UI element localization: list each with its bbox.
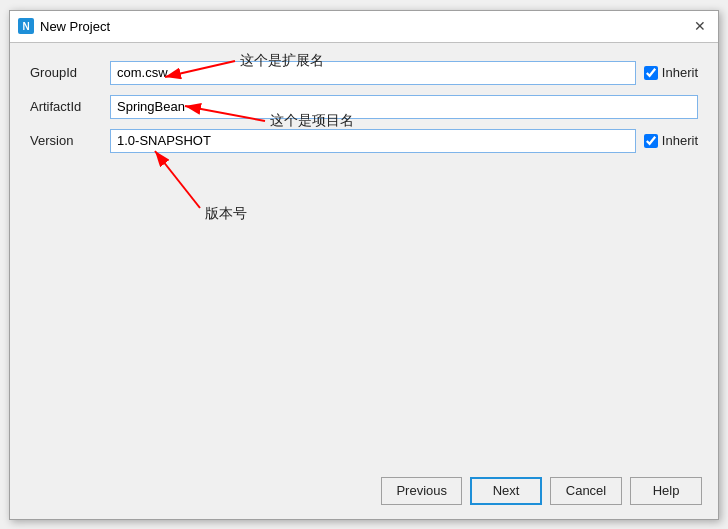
close-button[interactable]: ✕ bbox=[690, 16, 710, 36]
svg-text:版本号: 版本号 bbox=[205, 205, 247, 221]
version-inherit: Inherit bbox=[644, 133, 698, 148]
title-bar: N New Project ✕ bbox=[10, 11, 718, 43]
group-id-inherit: Inherit bbox=[644, 65, 698, 80]
group-id-inherit-checkbox[interactable] bbox=[644, 66, 658, 80]
dialog-icon: N bbox=[18, 18, 34, 34]
new-project-dialog: N New Project ✕ GroupId Inherit Artifact… bbox=[9, 10, 719, 520]
group-id-inherit-label: Inherit bbox=[662, 65, 698, 80]
version-label: Version bbox=[30, 133, 110, 148]
dialog-body: GroupId Inherit ArtifactId Version Inher… bbox=[10, 43, 718, 467]
dialog-footer: Previous Next Cancel Help bbox=[10, 467, 718, 519]
group-id-row: GroupId Inherit bbox=[30, 61, 698, 85]
version-row: Version Inherit bbox=[30, 129, 698, 153]
dialog-title: New Project bbox=[40, 19, 684, 34]
previous-button[interactable]: Previous bbox=[381, 477, 462, 505]
artifact-id-row: ArtifactId bbox=[30, 95, 698, 119]
version-inherit-checkbox[interactable] bbox=[644, 134, 658, 148]
version-inherit-label: Inherit bbox=[662, 133, 698, 148]
next-button[interactable]: Next bbox=[470, 477, 542, 505]
group-id-label: GroupId bbox=[30, 65, 110, 80]
group-id-input[interactable] bbox=[110, 61, 636, 85]
cancel-button[interactable]: Cancel bbox=[550, 477, 622, 505]
artifact-id-label: ArtifactId bbox=[30, 99, 110, 114]
help-button[interactable]: Help bbox=[630, 477, 702, 505]
svg-line-5 bbox=[155, 151, 200, 208]
version-input[interactable] bbox=[110, 129, 636, 153]
artifact-id-input[interactable] bbox=[110, 95, 698, 119]
